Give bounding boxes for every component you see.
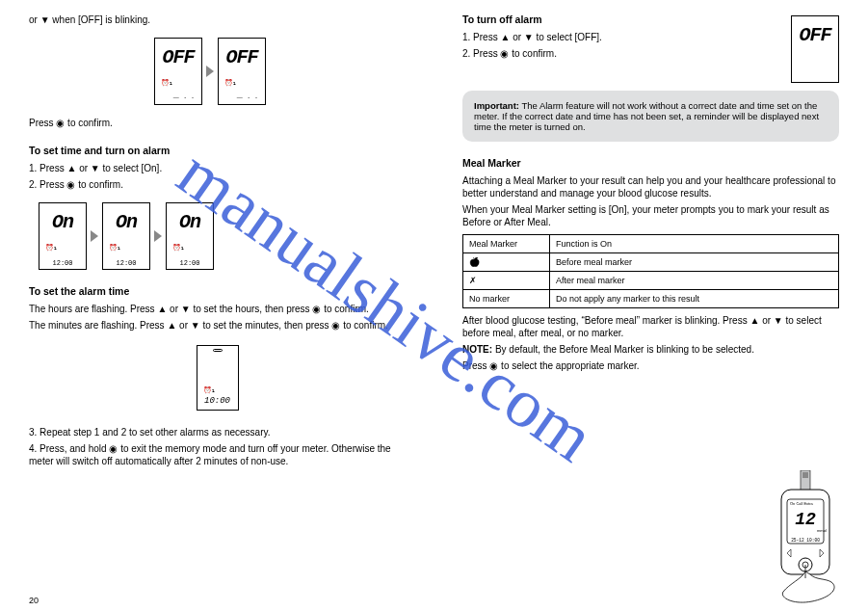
arrow-icon: [154, 230, 162, 242]
alarm-time-step3: 3. Repeat step 1 and 2 to set other alar…: [29, 426, 406, 438]
note-body: By default, the Before Meal Marker is bl…: [495, 344, 754, 355]
lcd-slot: [213, 349, 223, 352]
set-time-on-step1: 1. Press ▲ or ▼ to select [On].: [29, 162, 406, 174]
svg-rect-1: [802, 472, 808, 478]
important-callout: Important: The Alarm feature will not wo…: [462, 91, 839, 142]
meal-marker-table: Meal Marker Function is On Before meal m…: [462, 234, 839, 308]
lcd-on-2-time: 12:00: [103, 259, 149, 267]
set-time-on-step2: 2. Press ◉ to confirm.: [29, 178, 406, 191]
tall-lcd: ⏰₁ 10:00: [197, 345, 239, 411]
turn-off-step2: 2. Press ◉ to confirm.: [462, 47, 777, 60]
alarm-time-p2: The minutes are flashing. Press ▲ or ▼ t…: [29, 319, 406, 332]
meal-marker-p2: When your Meal Marker setting is [On], y…: [462, 203, 839, 228]
meal-marker-p3: After blood glucose testing, “Before mea…: [462, 314, 839, 339]
table-row: Before meal marker: [463, 253, 839, 272]
tall-lcd-time: 10:00: [197, 396, 238, 406]
cell-r2c1: [463, 253, 550, 272]
lcd-dots: — - -: [173, 94, 196, 100]
turn-off-step1: 1. Press ▲ or ▼ to select [OFF].: [462, 31, 777, 43]
cell-r3c2: After meal marker: [550, 272, 839, 290]
tall-lcd-wrap: ⏰₁ 10:00: [29, 345, 406, 412]
meter-illustration: On Call Extra 12 mmol 25-12 10:00: [764, 470, 847, 607]
hand-icon: [782, 571, 834, 602]
lcd-icon-group: ⏰₁: [203, 386, 215, 394]
arrow-icon: [206, 66, 214, 77]
lcd-row-on: On ⏰₁ 12:00 On ⏰₁ 12:00 On ⏰₁ 12:00: [39, 202, 406, 270]
step3-confirm: Press ◉ to confirm.: [29, 117, 406, 129]
page-number-left: 20: [29, 596, 39, 605]
lcd-on-1-value: On: [43, 211, 82, 233]
lcd-on-1-time: 12:00: [39, 259, 86, 267]
lcd-icon-group: ⏰₁: [172, 244, 184, 252]
lcd-on-3: On ⏰₁ 12:00: [166, 202, 214, 270]
lcd-off-right-value: OFF: [796, 24, 834, 46]
note-heading: NOTE:: [462, 344, 492, 355]
heading-meal-marker: Meal Marker: [462, 157, 839, 169]
meal-marker-p4: Press ◉ to select the appropriate marker…: [462, 359, 839, 372]
note: NOTE: By default, the Before Meal Marker…: [462, 343, 839, 356]
cell-r2c2: Before meal marker: [550, 253, 839, 272]
lcd-off-1: OFF ⏰₁ — - -: [154, 38, 202, 105]
lcd-on-1: On ⏰₁ 12:00: [39, 202, 87, 270]
heading-turn-off-alarm: To turn off alarm: [462, 13, 777, 25]
lcd-icon-group: ⏰₁: [109, 244, 120, 252]
meal-marker-p1: Attaching a Meal Marker to your result c…: [462, 174, 839, 199]
apple-core-icon: ✗: [469, 276, 477, 285]
meter-svg: On Call Extra 12 mmol 25-12 10:00: [764, 470, 847, 605]
cell-r4c1: No marker: [463, 290, 550, 308]
lcd-on-3-value: On: [171, 211, 209, 233]
alarm-time-p1: The hours are flashing. Press ▲ or ▼ to …: [29, 303, 406, 315]
lcd-on-2-value: On: [107, 211, 145, 233]
meter-brand: On Call Extra: [790, 501, 814, 506]
lcd-on-3-time: 12:00: [167, 259, 213, 267]
callout-body: The Alarm feature will not work without …: [474, 100, 819, 132]
callout-heading: Important:: [474, 100, 519, 111]
lcd-icon-group: ⏰₁: [45, 244, 57, 252]
apple-icon: [469, 257, 480, 267]
table-row: Meal Marker Function is On: [463, 235, 839, 253]
cell-r3c1: ✗: [463, 272, 550, 290]
heading-set-time-on: To set time and turn on alarm: [29, 145, 406, 156]
lcd-on-2: On ⏰₁ 12:00: [102, 202, 150, 270]
lcd-row-off: OFF ⏰₁ — - - OFF ⏰₁ — - -: [154, 38, 406, 105]
lcd-off-right: OFF: [791, 15, 839, 83]
svg-text:mmol: mmol: [817, 528, 827, 533]
lcd-off-1-value: OFF: [159, 46, 197, 68]
table-row: ✗ After meal marker: [463, 272, 839, 290]
lcd-icon-group: ⏰₁: [224, 79, 236, 87]
page-left: or ▼ when [OFF] is blinking. OFF ⏰₁ — - …: [0, 0, 434, 611]
step1-text: or ▼ when [OFF] is blinking.: [29, 13, 406, 26]
cell-r4c2: Do not apply any marker to this result: [550, 290, 839, 308]
meter-datetime: 25-12 10:00: [791, 538, 820, 543]
heading-set-alarm-time: To set the alarm time: [29, 285, 406, 297]
page-right: To turn off alarm 1. Press ▲ or ▼ to sel…: [434, 0, 868, 611]
lcd-off-2-value: OFF: [223, 46, 261, 68]
lcd-icon-group: ⏰₁: [161, 79, 172, 87]
lcd-dots: — - -: [237, 94, 259, 100]
cell-r1c2: Function is On: [550, 235, 839, 253]
cell-r1c1: Meal Marker: [463, 235, 550, 253]
table-row: No marker Do not apply any marker to thi…: [463, 290, 839, 308]
meter-reading: 12: [795, 510, 816, 529]
lcd-off-2: OFF ⏰₁ — - -: [218, 38, 266, 105]
arrow-icon: [91, 230, 98, 242]
alarm-time-step4: 4. Press, and hold ◉ to exit the memory …: [29, 442, 406, 467]
